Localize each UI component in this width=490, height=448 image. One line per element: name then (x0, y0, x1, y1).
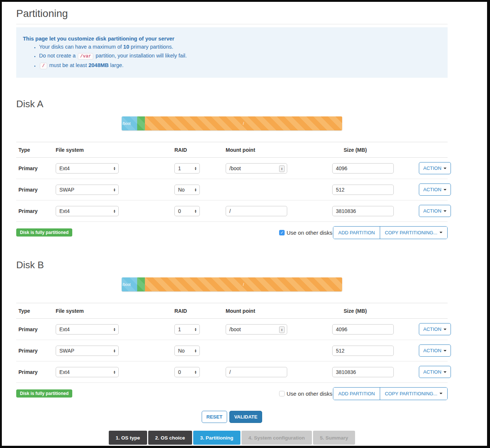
header-size: Size (MB) (332, 308, 419, 314)
size-input[interactable] (332, 346, 394, 356)
filesystem-select[interactable]: Ext4▲▼ (56, 324, 119, 335)
mount-point-input[interactable] (226, 367, 287, 377)
filesystem-select[interactable]: Ext4▲▼ (56, 163, 119, 174)
info-list: Your disks can have a maximum of 10 prim… (23, 43, 441, 70)
bar-segment-swap (137, 277, 145, 291)
checkbox-icon[interactable]: ✓ (279, 230, 285, 235)
disk-b-section: Disk B /boot / Type File system RAID Mou… (16, 259, 448, 400)
info-bullet-root-size: / must be at least 2048MB large. (39, 62, 441, 70)
validate-button[interactable]: VALIDATE (229, 411, 262, 423)
bar-segment-boot: /boot (122, 116, 137, 130)
header-raid: RAID (174, 308, 226, 314)
action-button[interactable]: ACTION (419, 344, 451, 357)
copy-partitioning-button[interactable]: COPY PARTITIONING... (380, 388, 447, 400)
header-type: Type (16, 147, 56, 153)
select-arrows-icon: ▲▼ (113, 349, 116, 353)
step-system-configuration: 4. System configuration (241, 431, 312, 445)
checkbox-icon[interactable]: ✓ (279, 391, 285, 396)
table-row: Primary SWAP▲▼ No▲▼ ACTION (16, 179, 448, 200)
action-button[interactable]: ACTION (419, 366, 451, 378)
filesystem-select[interactable]: Ext4▲▼ (56, 367, 119, 377)
caret-down-icon (439, 232, 442, 233)
header-raid: RAID (174, 147, 226, 153)
partition-type: Primary (16, 348, 56, 354)
partition-buttons-group: ADD PARTITION COPY PARTITIONING... (333, 387, 448, 400)
header-mount-point: Mount point (226, 308, 332, 314)
size-input[interactable] (332, 163, 394, 174)
form-actions: RESET VALIDATE (16, 411, 448, 423)
table-row: Primary Ext4▲▼ 0▲▼ ACTION (16, 200, 448, 222)
var-code-chip: /var (78, 53, 93, 60)
table-row: Primary Ext4▲▼ 0▲▼ ACTION (16, 361, 448, 383)
action-button[interactable]: ACTION (419, 183, 451, 196)
info-heading: This page let you customize disk partiti… (23, 36, 441, 42)
disk-a-controls: Disk is fully partitioned ✓ Use on other… (16, 226, 448, 239)
status-badge: Disk is fully partitioned (16, 389, 72, 398)
table-row: Primary Ext4▲▼ 1▲▼ ▲▼ ACTION (16, 158, 448, 179)
header-file-system: File system (56, 147, 174, 153)
filesystem-select[interactable]: Ext4▲▼ (56, 206, 119, 216)
mount-point-input[interactable] (226, 163, 287, 174)
action-button[interactable]: ACTION (419, 323, 451, 335)
combobox-icon: ▲▼ (279, 326, 285, 333)
table-header-row: Type File system RAID Mount point Size (… (16, 142, 448, 158)
raid-select[interactable]: 0▲▼ (174, 206, 200, 216)
size-input[interactable] (332, 185, 394, 195)
header-file-system: File system (56, 308, 174, 314)
title-divider (16, 24, 448, 24)
add-partition-button[interactable]: ADD PARTITION (333, 388, 379, 400)
filesystem-select[interactable]: SWAP▲▼ (56, 346, 119, 356)
partition-buttons-group: ADD PARTITION COPY PARTITIONING... (333, 226, 448, 239)
caret-down-icon (444, 168, 446, 169)
disk-b-controls: Disk is fully partitioned ✓ Use on other… (16, 387, 448, 400)
partition-type: Primary (16, 187, 56, 193)
info-box: This page let you customize disk partiti… (16, 27, 448, 78)
size-input[interactable] (332, 324, 394, 335)
partition-type: Primary (16, 369, 56, 375)
raid-select[interactable]: No▲▼ (174, 346, 200, 356)
header-type: Type (16, 308, 56, 314)
action-button[interactable]: ACTION (419, 205, 451, 217)
select-arrows-icon: ▲▼ (113, 209, 116, 213)
select-arrows-icon: ▲▼ (113, 188, 116, 192)
mount-point-input[interactable] (226, 206, 287, 216)
caret-down-icon (444, 350, 446, 351)
reset-button[interactable]: RESET (202, 411, 227, 423)
select-arrows-icon: ▲▼ (194, 349, 197, 353)
disk-b-title: Disk B (16, 259, 448, 271)
status-badge: Disk is fully partitioned (16, 228, 72, 237)
mount-point-input[interactable] (226, 324, 287, 335)
step-partitioning[interactable]: 3. Partitioning (193, 431, 240, 445)
add-partition-button[interactable]: ADD PARTITION (333, 227, 379, 239)
select-arrows-icon: ▲▼ (194, 167, 197, 170)
raid-select[interactable]: 0▲▼ (174, 367, 200, 377)
partition-type: Primary (16, 208, 56, 214)
caret-down-icon (439, 393, 442, 394)
use-on-other-disks-checkbox[interactable]: ✓ Use on other disks (279, 230, 332, 236)
raid-select[interactable]: 1▲▼ (174, 324, 200, 335)
select-arrows-icon: ▲▼ (194, 328, 197, 331)
copy-partitioning-button[interactable]: COPY PARTITIONING... (380, 227, 447, 239)
disk-b-partition-table: Type File system RAID Mount point Size (… (16, 303, 448, 383)
size-input[interactable] (332, 206, 394, 216)
use-on-other-disks-checkbox[interactable]: ✓ Use on other disks (279, 391, 332, 397)
partition-type: Primary (16, 326, 56, 332)
raid-select[interactable]: 1▲▼ (174, 163, 200, 174)
filesystem-select[interactable]: SWAP▲▼ (56, 185, 119, 195)
select-arrows-icon: ▲▼ (113, 167, 116, 170)
info-bullet-var-warning: Do not create a /var partition, your ins… (39, 52, 441, 60)
raid-select[interactable]: No▲▼ (174, 185, 200, 195)
size-input[interactable] (332, 367, 394, 377)
bar-segment-swap (137, 116, 145, 130)
step-os-choice[interactable]: 2. OS choice (148, 431, 192, 445)
bar-segment-boot: /boot (122, 277, 137, 291)
partition-type: Primary (16, 165, 56, 171)
caret-down-icon (444, 371, 446, 373)
step-os-type[interactable]: 1. OS type (109, 431, 147, 445)
page-frame: Partitioning This page let you customize… (0, 0, 490, 448)
disk-a-section: Disk A /boot / Type File system RAID Mou… (16, 98, 448, 239)
select-arrows-icon: ▲▼ (194, 370, 197, 374)
select-arrows-icon: ▲▼ (113, 370, 116, 374)
action-button[interactable]: ACTION (419, 162, 451, 174)
bar-segment-root: / (145, 116, 342, 130)
